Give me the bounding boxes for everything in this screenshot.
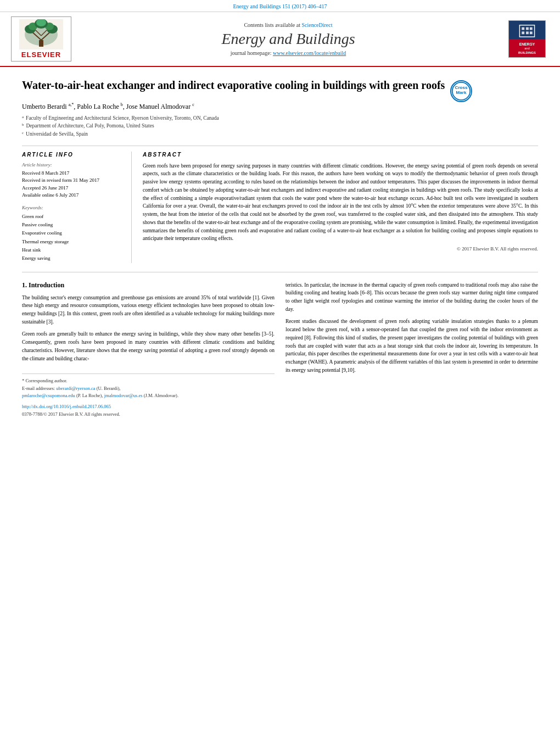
elsevier-logo: ELSEVIER (11, 16, 71, 62)
doi-link[interactable]: http://dx.doi.org/10.1016/j.enbuild.2017… (22, 404, 111, 409)
affiliation-a: a Faculty of Engineering and Architectur… (22, 114, 538, 122)
journal-logo-box: ENERGY and BUILDINGS (508, 20, 546, 58)
svg-text:Cross: Cross (455, 85, 468, 90)
body-left-column: 1. Introduction The building sector's en… (22, 281, 275, 419)
email-line: E-mail addresses: uberardi@ryerson.ca (U… (22, 385, 275, 400)
separator (22, 272, 538, 272)
authors-line: Umberto Berardi a,*, Pablo La Roche b, J… (22, 102, 538, 111)
journal-center: Contents lists available at ScienceDirec… (71, 22, 505, 56)
keyword-1: Green roof (22, 213, 124, 221)
svg-rect-21 (530, 31, 533, 34)
svg-text:and: and (524, 47, 530, 50)
email1-name: (U. Berardi), (97, 386, 121, 391)
abstract-panel: ABSTRACT Green roofs have been proposed … (143, 152, 538, 263)
article-info-heading: ARTICLE INFO (22, 152, 124, 158)
svg-text:Mark: Mark (456, 90, 467, 95)
abstract-heading: ABSTRACT (143, 152, 538, 158)
svg-rect-18 (530, 27, 533, 30)
svg-rect-16 (522, 27, 524, 30)
email-link-1[interactable]: uberardi@ryerson.ca (56, 386, 95, 391)
section1-heading: 1. Introduction (22, 281, 275, 289)
section1-para4: Recent studies discussed the development… (285, 317, 538, 374)
page: Energy and Buildings 151 (2017) 406–417 (0, 0, 560, 742)
email-prefix: E-mail addresses: (22, 386, 55, 391)
top-citation-bar: Energy and Buildings 151 (2017) 406–417 (0, 0, 560, 12)
history-label: Article history: (22, 162, 124, 168)
svg-rect-17 (526, 27, 529, 30)
contents-available-line: Contents lists available at ScienceDirec… (71, 22, 505, 28)
journal-logo: ENERGY and BUILDINGS (505, 20, 549, 58)
received-date: Received 8 March 2017 (22, 170, 124, 177)
abstract-text: Green roofs have been proposed for energ… (143, 162, 538, 243)
journal-header: ELSEVIER Contents lists available at Sci… (0, 12, 560, 67)
journal-title: Energy and Buildings (71, 30, 505, 48)
citation-text: Energy and Buildings 151 (2017) 406–417 (233, 3, 327, 9)
keyword-5: Heat sink (22, 246, 124, 254)
keywords-label: Keywords: (22, 205, 124, 210)
copyright-line: © 2017 Elsevier B.V. All rights reserved… (143, 246, 538, 252)
svg-rect-20 (526, 31, 529, 34)
email2-name: (P. La Roche), (76, 393, 103, 398)
article-title: Water-to-air-heat exchanger and indirect… (22, 78, 445, 92)
affiliations: a Faculty of Engineering and Architectur… (22, 114, 538, 138)
revised-date: Received in revised form 31 May 2017 (22, 177, 124, 185)
combining-word: combining (171, 196, 193, 201)
affiliation-c: c Universidad de Sevilla, Spain (22, 130, 538, 138)
elsevier-wordmark: ELSEVIER (21, 51, 61, 59)
title-row: Water-to-air-heat exchanger and indirect… (22, 78, 538, 102)
corresponding-note: * Corresponding author. (22, 377, 275, 385)
crossmark-icon: Cross Mark (450, 80, 472, 102)
keyword-3: Evaporative cooling (22, 229, 124, 237)
svg-rect-19 (522, 31, 524, 34)
email-link-3[interactable]: jmalmodovar@us.es (104, 393, 143, 398)
section1-para3: teristics. In particular, the increase i… (285, 281, 538, 314)
svg-text:BUILDINGS: BUILDINGS (518, 51, 536, 54)
svg-text:ENERGY: ENERGY (519, 42, 535, 46)
keyword-6: Energy saving (22, 254, 124, 263)
online-date: Available online 6 July 2017 (22, 192, 124, 199)
svg-rect-2 (39, 40, 43, 47)
email3-name: (J.M. Almodovar). (144, 393, 178, 398)
footnote-area: * Corresponding author. E-mail addresses… (22, 373, 275, 418)
email-link-2[interactable]: pmlaroche@csupomona.edu (22, 393, 75, 398)
homepage-link[interactable]: www.elsevier.com/locate/enbuild (273, 50, 346, 56)
issn-line: 0378-7788/© 2017 Elsevier B.V. All right… (22, 411, 275, 419)
section1-para2: Green roofs are generally built to enhan… (22, 330, 275, 362)
sciencedirect-link[interactable]: ScienceDirect (301, 22, 332, 28)
homepage-line: journal homepage: www.elsevier.com/locat… (71, 50, 505, 56)
keyword-2: Passive cooling (22, 221, 124, 229)
keyword-4: Thermal energy storage (22, 238, 124, 246)
body-right-column: teristics. In particular, the increase i… (285, 281, 538, 419)
elsevier-tree-image (19, 19, 63, 49)
keywords-list: Green roof Passive cooling Evaporative c… (22, 213, 124, 263)
section1-para1: The building sector's energy consumption… (22, 294, 275, 326)
crossmark-logo: Cross Mark (450, 80, 472, 102)
article-content: Water-to-air-heat exchanger and indirect… (0, 67, 560, 429)
affiliation-b: b Department of Architecture, Cal Poly, … (22, 122, 538, 130)
body-section: 1. Introduction The building sector's en… (22, 281, 538, 419)
accepted-date: Accepted 26 June 2017 (22, 185, 124, 192)
article-info-panel: ARTICLE INFO Article history: Received 8… (22, 152, 132, 263)
info-abstract-section: ARTICLE INFO Article history: Received 8… (22, 146, 538, 263)
